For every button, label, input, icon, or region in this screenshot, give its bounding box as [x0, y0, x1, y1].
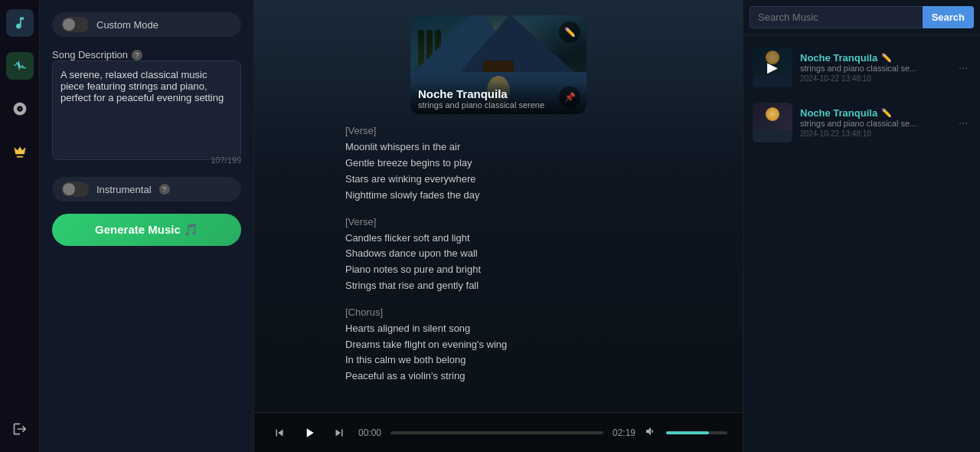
lyrics-line: Strings that rise and gently fall — [345, 278, 652, 294]
progress-bar[interactable] — [390, 431, 603, 434]
lyrics-line: Piano notes so pure and bright — [345, 262, 652, 278]
song-description-help-icon[interactable]: ? — [132, 50, 142, 61]
forward-button[interactable] — [329, 423, 349, 443]
lyrics-line: Hearts aligned in silent song — [345, 321, 652, 337]
song-title: Noche Tranquila — [418, 87, 579, 100]
lyrics-tag-3: [Chorus] — [345, 306, 652, 318]
song-thumbnail-1: ▶ — [753, 47, 792, 87]
song-description-section: Song Description ? A serene, relaxed cla… — [52, 49, 241, 165]
lyrics-line: In this calm we both belong — [345, 352, 652, 368]
lyrics-section-3: [Chorus] Hearts aligned in silent song D… — [345, 306, 652, 385]
thumb-moon-2 — [766, 107, 779, 121]
volume-icon[interactable] — [645, 425, 657, 440]
right-panel: Search ▶ Noche Tranquila ✏️ strings and … — [743, 0, 980, 452]
search-button[interactable]: Search — [923, 6, 974, 28]
song-list: ▶ Noche Tranquila ✏️ strings and piano c… — [743, 35, 980, 452]
instrumental-label: Instrumental — [96, 184, 152, 195]
edit-title-icon-2[interactable]: ✏️ — [881, 108, 892, 118]
lyrics-line: Candles flicker soft and light — [345, 231, 652, 247]
song-description-label: Song Description ? — [52, 49, 241, 61]
edit-title-icon-1[interactable]: ✏️ — [881, 53, 892, 63]
volume-bar-fill — [666, 431, 709, 434]
song-item-more-1[interactable]: ··· — [956, 58, 971, 77]
song-info-2: Noche Tranquila ✏️ strings and piano cla… — [800, 107, 948, 138]
song-thumbnail-2 — [753, 103, 792, 142]
song-info-1: Noche Tranquila ✏️ strings and piano cla… — [800, 52, 948, 83]
generate-music-button[interactable]: Generate Music 🎵 — [52, 214, 241, 246]
lyrics-line: Moonlit whispers in the air — [345, 139, 652, 156]
custom-mode-label: Custom Mode — [96, 19, 158, 31]
player-bar: 00:00 02:19 — [254, 412, 743, 452]
song-title-overlay: Noche Tranquila strings and piano classi… — [410, 81, 586, 114]
thumb-water-2 — [753, 130, 792, 142]
album-art-wrapper: ✏️ 📌 Noche Tranquila strings and piano c… — [410, 15, 586, 114]
instrumental-toggle[interactable] — [61, 182, 89, 197]
lyrics-content: [Verse] Moonlit whispers in the air Gent… — [345, 117, 652, 405]
custom-mode-row: Custom Mode — [52, 12, 241, 37]
volume-bar[interactable] — [666, 431, 727, 434]
lyrics-line: Shadows dance upon the wall — [345, 246, 652, 262]
wave-nav-icon[interactable] — [6, 52, 34, 80]
lyrics-line: Dreams take flight on evening's wing — [345, 337, 652, 353]
instrumental-help-icon[interactable]: ? — [159, 184, 170, 195]
disc-nav-icon[interactable] — [6, 95, 34, 123]
search-input[interactable] — [750, 6, 923, 28]
song-item-title-1: Noche Tranquila ✏️ — [800, 52, 948, 64]
song-item-title-2: Noche Tranquila ✏️ — [800, 107, 948, 119]
rewind-button[interactable] — [270, 423, 289, 443]
song-description-textarea[interactable]: A serene, relaxed classical music piece … — [52, 61, 241, 160]
lyrics-line: Nighttime slowly fades the day — [345, 188, 652, 204]
search-bar: Search — [743, 0, 980, 35]
song-item-more-2[interactable]: ··· — [956, 113, 971, 132]
lyrics-line: Stars are winking everywhere — [345, 172, 652, 188]
song-item-date-2: 2024-10-22 13:48:10 — [800, 129, 948, 138]
song-subtitle: strings and piano classical serene — [418, 100, 579, 110]
song-item-desc-2: strings and piano classical se... — [800, 119, 948, 128]
total-time: 02:19 — [612, 427, 635, 438]
song-area: ✏️ 📌 Noche Tranquila strings and piano c… — [254, 0, 743, 412]
lyrics-tag-1: [Verse] — [345, 125, 652, 136]
current-time: 00:00 — [358, 427, 381, 438]
lyrics-tag-2: [Verse] — [345, 216, 652, 228]
logout-nav-icon[interactable] — [6, 415, 34, 443]
crown-nav-icon[interactable] — [6, 138, 34, 165]
song-list-item[interactable]: ▶ Noche Tranquila ✏️ strings and piano c… — [750, 41, 974, 93]
play-overlay-1[interactable]: ▶ — [753, 47, 792, 87]
lyrics-line: Peaceful as a violin's string — [345, 368, 652, 385]
instrumental-row: Instrumental ? — [52, 177, 241, 201]
icon-sidebar — [0, 0, 40, 452]
lyrics-line: Gentle breeze begins to play — [345, 156, 652, 172]
control-panel: Custom Mode Song Description ? A serene,… — [40, 0, 254, 452]
song-thumb-art-2 — [753, 103, 792, 142]
custom-mode-toggle[interactable] — [61, 17, 89, 32]
song-list-item[interactable]: Noche Tranquila ✏️ strings and piano cla… — [750, 97, 974, 149]
edit-album-art-icon[interactable]: ✏️ — [559, 21, 580, 43]
song-item-date-1: 2024-10-22 13:48:10 — [800, 74, 948, 83]
main-content: ✏️ 📌 Noche Tranquila strings and piano c… — [254, 0, 743, 452]
music-note-nav-icon[interactable] — [6, 9, 34, 37]
song-item-desc-1: strings and piano classical se... — [800, 64, 948, 73]
play-pause-button[interactable] — [299, 422, 320, 444]
lyrics-section-2: [Verse] Candles flicker soft and light S… — [345, 216, 652, 294]
lyrics-section-1: [Verse] Moonlit whispers in the air Gent… — [345, 125, 652, 203]
